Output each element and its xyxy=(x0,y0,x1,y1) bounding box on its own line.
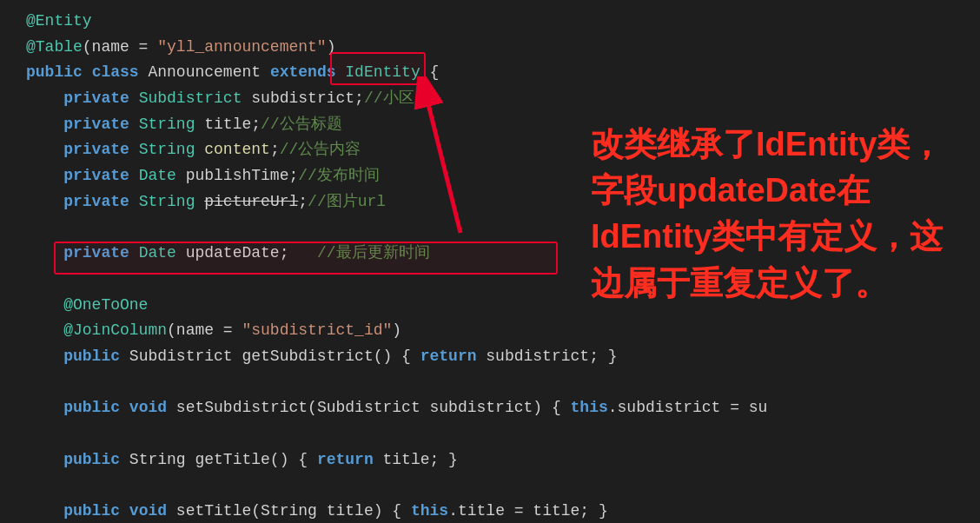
annotation-text: 改类继承了IdEntity类，字段updateDate在IdEntity类中有定… xyxy=(591,126,943,301)
code-token: private xyxy=(63,89,129,107)
code-token: //公告标题 xyxy=(261,116,342,133)
code-token: public xyxy=(63,399,120,416)
code-token: Subdistrict getSubdistrict() { xyxy=(120,348,420,365)
code-token: ; xyxy=(251,116,261,133)
code-line: private Date updateDate; //最后更新时间 xyxy=(26,241,599,267)
code-line: public void setSubdistrict(Subdistrict s… xyxy=(26,395,599,421)
code-token: //小区 xyxy=(364,89,414,107)
code-token: ; xyxy=(270,141,280,158)
code-token: @Entity xyxy=(26,12,92,30)
code-line: private String pictureUrl;//图片url xyxy=(26,189,599,215)
code-token: content xyxy=(204,141,270,158)
code-token: void xyxy=(129,502,167,520)
code-token: return xyxy=(317,451,374,468)
code-token: public xyxy=(26,63,83,81)
code-token xyxy=(26,270,63,288)
code-token: this xyxy=(571,399,608,416)
code-line: @Entity xyxy=(26,9,599,35)
code-token: @OneToOne xyxy=(26,296,148,314)
code-token: IdEntity xyxy=(336,63,430,81)
code-line: private Date publishTime;//发布时间 xyxy=(26,163,599,189)
code-token: @JoinColumn xyxy=(26,321,167,339)
code-token xyxy=(26,244,63,262)
code-token: private xyxy=(63,167,129,184)
code-token: updateDate xyxy=(186,244,280,262)
code-token xyxy=(26,425,63,442)
code-token: private xyxy=(63,116,129,133)
code-token: title xyxy=(204,116,251,133)
code-token: publishTime xyxy=(186,167,289,184)
code-token: "yll_announcement" xyxy=(157,38,326,56)
code-token: ; xyxy=(298,193,308,210)
code-token xyxy=(26,374,63,391)
code-token: class xyxy=(92,63,139,81)
code-token: @Table xyxy=(26,38,83,56)
code-token: Date xyxy=(129,244,186,262)
code-token xyxy=(120,502,129,520)
code-token: String xyxy=(129,116,204,133)
code-token xyxy=(26,476,63,493)
code-token: //最后更新时间 xyxy=(317,244,430,262)
code-token: ; xyxy=(280,244,317,262)
code-editor: @Entity@Table(name = "yll_announcement")… xyxy=(0,0,608,523)
code-line xyxy=(26,421,599,447)
code-token: sub xyxy=(477,348,514,365)
code-token xyxy=(120,399,129,416)
code-token: Announcement xyxy=(139,63,270,81)
code-token: //图片url xyxy=(308,193,386,210)
code-line: @JoinColumn(name = "subdistrict_id") xyxy=(26,318,599,344)
code-token: .title = title; } xyxy=(448,502,608,520)
code-line xyxy=(26,267,599,293)
code-token xyxy=(26,141,63,158)
code-line xyxy=(26,370,599,396)
code-token: title; } xyxy=(374,451,458,468)
code-token: { xyxy=(430,63,440,81)
code-token: String getTitle() { xyxy=(120,451,317,468)
code-line: public class Announcement extends IdEnti… xyxy=(26,60,599,86)
code-token: public xyxy=(63,348,120,365)
code-line: public void setTitle(String title) { thi… xyxy=(26,499,599,523)
code-token xyxy=(26,348,63,365)
code-token: extends xyxy=(270,63,336,81)
code-token: private xyxy=(63,193,129,210)
code-token: String xyxy=(129,141,204,158)
code-token: (name = xyxy=(83,38,157,56)
code-token: public xyxy=(63,451,120,468)
code-token: String xyxy=(129,193,204,210)
code-token: ) xyxy=(327,38,336,56)
code-token: .subdistrict = su xyxy=(608,399,768,416)
code-token: Date xyxy=(129,167,186,184)
code-token: void xyxy=(129,399,167,416)
code-token xyxy=(26,193,63,210)
code-token xyxy=(26,399,63,416)
code-token: this xyxy=(411,502,448,520)
code-token xyxy=(26,219,63,236)
code-token: subdistrict xyxy=(251,89,354,107)
code-line: private Subdistrict subdistrict;//小区 xyxy=(26,86,599,112)
annotation-panel: 改类继承了IdEntity类，字段updateDate在IdEntity类中有定… xyxy=(591,122,973,307)
code-token: (name = xyxy=(167,321,242,339)
code-token: Subdistrict xyxy=(129,89,251,107)
code-token: //公告内容 xyxy=(280,141,361,158)
code-line: private String content;//公告内容 xyxy=(26,137,599,163)
code-line: public Subdistrict getSubdistrict() { re… xyxy=(26,344,599,370)
code-token: district; } xyxy=(514,348,618,365)
code-token: ; xyxy=(288,167,298,184)
code-token: //发布时间 xyxy=(298,167,380,184)
code-line: @OneToOne xyxy=(26,293,599,319)
code-line xyxy=(26,215,599,242)
code-token: ; xyxy=(354,89,364,107)
code-token xyxy=(26,502,63,520)
code-line xyxy=(26,473,599,499)
code-token: ) xyxy=(392,321,401,339)
code-token: private xyxy=(63,244,129,262)
code-token xyxy=(26,89,63,107)
code-token xyxy=(26,451,63,468)
code-token xyxy=(26,116,63,133)
code-line: @Table(name = "yll_announcement") xyxy=(26,35,599,61)
code-line: private String title;//公告标题 xyxy=(26,112,599,138)
code-token xyxy=(26,167,63,184)
code-token: pictureUrl xyxy=(204,193,298,210)
code-token xyxy=(83,63,92,81)
code-token: public xyxy=(63,502,120,520)
